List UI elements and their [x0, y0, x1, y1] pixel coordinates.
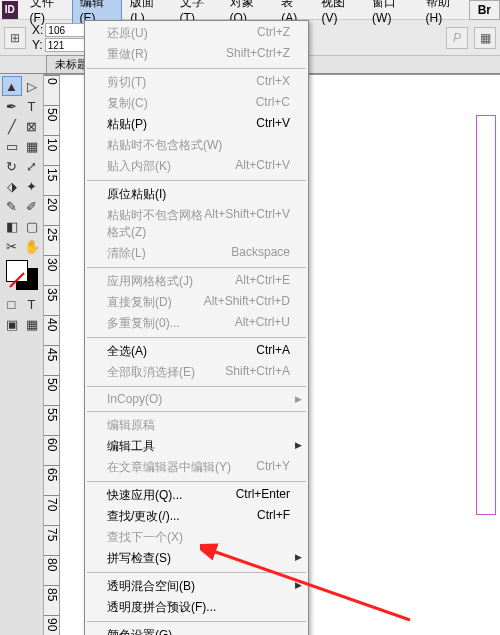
direct-selection-tool[interactable]: ▷	[22, 76, 42, 96]
menu-item-label: 应用网格格式(J)	[107, 273, 193, 290]
menu-item-shortcut: Alt+Ctrl+U	[235, 315, 290, 332]
menu-item[interactable]: 透明度拼合预设(F)...	[85, 597, 308, 618]
page-frame	[476, 115, 496, 515]
menu-item-label: 编辑原稿	[107, 417, 155, 434]
menu-item[interactable]: 透明混合空间(B)▶	[85, 576, 308, 597]
rectangle-tool[interactable]: ▭	[2, 136, 22, 156]
menu-item: 还原(U)Ctrl+Z	[85, 23, 308, 44]
menu-item: 全部取消选择(E)Shift+Ctrl+A	[85, 362, 308, 383]
hand-tool[interactable]: ✋	[22, 236, 42, 256]
menu-item: 应用网格格式(J)Alt+Ctrl+E	[85, 271, 308, 292]
menu-item-label: 全选(A)	[107, 343, 147, 360]
gradient-tool[interactable]: ◧	[2, 216, 22, 236]
y-label: Y:	[32, 38, 43, 52]
menu-item[interactable]: 快速应用(Q)...Ctrl+Enter	[85, 485, 308, 506]
menu-separator	[87, 68, 306, 69]
menu-item[interactable]: 颜色设置(G)...	[85, 625, 308, 635]
menu-item-shortcut: Shift+Ctrl+Z	[226, 46, 290, 63]
menu-item-label: 全部取消选择(E)	[107, 364, 195, 381]
normal-view[interactable]: ▣	[2, 314, 22, 334]
ruler-vertical: 0501015202530354045505560657075808590	[44, 75, 60, 635]
menu-item-label: 查找下一个(X)	[107, 529, 183, 546]
menu-item-label: 拼写检查(S)	[107, 550, 171, 567]
submenu-arrow-icon: ▶	[295, 394, 302, 404]
menu-item: 多重复制(0)...Alt+Ctrl+U	[85, 313, 308, 334]
apply-color[interactable]: □	[2, 294, 22, 314]
scale-tool[interactable]: ⤢	[22, 156, 42, 176]
scissors-tool[interactable]: ✂	[2, 236, 22, 256]
menu-item: 在文章编辑器中编辑(Y)Ctrl+Y	[85, 457, 308, 478]
menu-item-label: 粘贴(P)	[107, 116, 147, 133]
menu-item: InCopy(O)▶	[85, 390, 308, 408]
app-icon: ID	[2, 1, 18, 19]
menu-item-shortcut: Alt+Shift+Ctrl+D	[204, 294, 290, 311]
edit-menu-dropdown: 还原(U)Ctrl+Z重做(R)Shift+Ctrl+Z剪切(T)Ctrl+X复…	[84, 20, 309, 635]
menu-item-label: 颜色设置(G)...	[107, 627, 182, 635]
menu-separator	[87, 481, 306, 482]
eyedropper-tool[interactable]: ✎	[2, 196, 22, 216]
apply-text[interactable]: T	[22, 294, 42, 314]
menu-item-shortcut: Backspace	[231, 245, 290, 262]
anchor-ref-icon[interactable]: ⊞	[4, 27, 26, 49]
menu-item-label: 在文章编辑器中编辑(Y)	[107, 459, 231, 476]
menu-item: 编辑原稿	[85, 415, 308, 436]
measure-tool[interactable]: ✐	[22, 196, 42, 216]
preview-view[interactable]: ▦	[22, 314, 42, 334]
menu-item: 重做(R)Shift+Ctrl+Z	[85, 44, 308, 65]
menu-help[interactable]: 帮助(H)	[418, 0, 469, 27]
menu-view[interactable]: 视图(V)	[313, 0, 364, 27]
frame-tool[interactable]: ⊠	[22, 116, 42, 136]
menu-item-shortcut: Alt+Ctrl+E	[235, 273, 290, 290]
menu-item-label: 快速应用(Q)...	[107, 487, 182, 504]
y-input[interactable]	[45, 38, 89, 52]
bridge-button[interactable]: Br	[469, 0, 500, 20]
menu-item-shortcut: Ctrl+Z	[257, 25, 290, 42]
free-transform-tool[interactable]: ✦	[22, 176, 42, 196]
menu-item-label: 复制(C)	[107, 95, 148, 112]
menubar: ID 文件(F) 编辑(E) 版面(L) 文字(T) 对象(O) 表(A) 视图…	[0, 0, 500, 20]
menu-item[interactable]: 原位粘贴(I)	[85, 184, 308, 205]
type-tool[interactable]: T	[22, 96, 42, 116]
p-icon[interactable]: P	[446, 27, 468, 49]
menu-item-label: 粘贴时不包含网格格式(Z)	[107, 207, 204, 241]
tool-panel: ▲▷ ✒T ╱⊠ ▭▦ ↻⤢ ⬗✦ ✎✐ ◧▢ ✂✋ □T ▣▦	[0, 74, 44, 635]
menu-separator	[87, 386, 306, 387]
fill-stroke-swatch[interactable]	[6, 260, 38, 290]
menu-item[interactable]: 编辑工具▶	[85, 436, 308, 457]
selection-tool[interactable]: ▲	[2, 76, 22, 96]
x-input[interactable]	[45, 23, 89, 37]
menu-item-label: 直接复制(D)	[107, 294, 172, 311]
menu-item-shortcut: Ctrl+X	[256, 74, 290, 91]
menu-item-label: 还原(U)	[107, 25, 148, 42]
button-tool[interactable]: ▢	[22, 216, 42, 236]
menu-item-label: 贴入内部(K)	[107, 158, 171, 175]
x-label: X:	[32, 23, 43, 37]
grid-tool[interactable]: ▦	[22, 136, 42, 156]
menu-separator	[87, 180, 306, 181]
menu-item-shortcut: Ctrl+F	[257, 508, 290, 525]
menu-item: 粘贴时不包含格式(W)	[85, 135, 308, 156]
rotate-tool[interactable]: ↻	[2, 156, 22, 176]
menu-separator	[87, 572, 306, 573]
menu-item[interactable]: 查找/更改(/)...Ctrl+F	[85, 506, 308, 527]
submenu-arrow-icon: ▶	[295, 552, 302, 562]
menu-separator	[87, 337, 306, 338]
menu-item-shortcut: Ctrl+Enter	[236, 487, 290, 504]
menu-item[interactable]: 拼写检查(S)▶	[85, 548, 308, 569]
menu-item-shortcut: Shift+Ctrl+A	[225, 364, 290, 381]
line-tool[interactable]: ╱	[2, 116, 22, 136]
menu-item: 粘贴时不包含网格格式(Z)Alt+Shift+Ctrl+V	[85, 205, 308, 243]
menu-item-shortcut: Ctrl+V	[256, 116, 290, 133]
menu-item[interactable]: 粘贴(P)Ctrl+V	[85, 114, 308, 135]
menu-item-shortcut: Ctrl+C	[256, 95, 290, 112]
grid-icon[interactable]: ▦	[474, 27, 496, 49]
menu-window[interactable]: 窗口(W)	[364, 0, 417, 27]
menu-item[interactable]: 全选(A)Ctrl+A	[85, 341, 308, 362]
submenu-arrow-icon: ▶	[295, 580, 302, 590]
menu-item-shortcut: Alt+Shift+Ctrl+V	[204, 207, 290, 241]
pen-tool[interactable]: ✒	[2, 96, 22, 116]
fill-swatch[interactable]	[6, 260, 28, 282]
submenu-arrow-icon: ▶	[295, 440, 302, 450]
menu-separator	[87, 411, 306, 412]
shear-tool[interactable]: ⬗	[2, 176, 22, 196]
